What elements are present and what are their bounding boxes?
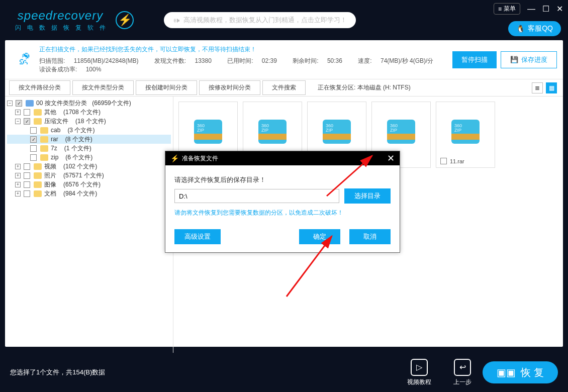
dialog-close-button[interactable]: ✕ [387, 153, 395, 164]
tab-by-type[interactable]: 按文件类型分类 [72, 80, 134, 95]
checkbox[interactable] [24, 181, 30, 188]
folder-icon [34, 190, 42, 197]
scan-stats: 扫描范围: 11856(MB)/242848(MB) 发现文件数: 13380 … [39, 57, 448, 74]
view-toggle: ≣ ▦ [532, 82, 557, 93]
save-path-input[interactable] [174, 189, 339, 203]
tab-file-search[interactable]: 文件搜索 [262, 80, 306, 95]
tree-other[interactable]: + 其他 (1708 个文件) [7, 108, 171, 117]
close-button[interactable]: ✕ [556, 4, 563, 14]
save-progress-button[interactable]: 💾 保存进度 [501, 51, 557, 68]
tree-doc[interactable]: + 文档 (984 个文件) [7, 189, 171, 198]
footer-bar: 您选择了1个文件，共154(B)数据 ▷ 视频教程 ↩ 上一步 ▣▣ 恢 复 [0, 353, 568, 392]
ok-button[interactable]: 确定 [299, 229, 340, 244]
partition-info: 正在恢复分区: 本地磁盘 (H: NTFS) [318, 83, 530, 92]
browse-button[interactable]: 选择目录 [344, 188, 391, 204]
dialog-warning: 请勿将文件恢复到您需要恢复数据的分区，以免造成二次破坏！ [174, 209, 391, 217]
checkbox[interactable]: ✓ [24, 118, 30, 125]
folder-icon [40, 136, 48, 143]
dialog-header: ⚡ 准备恢复文件 ✕ [165, 151, 400, 165]
collapse-icon[interactable]: − [15, 119, 21, 124]
checkbox[interactable] [30, 127, 37, 134]
file-tree: − ✓ 00 按文件类型分类 (66959个文件) + 其他 (1708 个文件… [5, 96, 173, 359]
zip-icon [194, 120, 222, 144]
tree-photo[interactable]: + 照片 (57571 个文件) [7, 171, 171, 180]
folder-icon [40, 154, 48, 161]
menu-button[interactable]: ≡ 菜单 [494, 3, 520, 15]
video-tutorial-button[interactable]: ▷ 视频教程 [407, 359, 431, 386]
expand-icon[interactable]: + [15, 164, 21, 169]
scan-icon: ⛐ [15, 50, 35, 70]
folder-icon [34, 163, 42, 170]
recover-button[interactable]: ▣▣ 恢 复 [483, 361, 558, 383]
collapse-icon[interactable]: − [7, 101, 13, 106]
penguin-icon: 🐧 [516, 25, 525, 33]
scan-headline: 正在扫描文件，如果已经找到您丢失的文件，可以立即恢复，不用等待扫描结束！ [39, 45, 448, 54]
expand-icon[interactable]: + [15, 182, 21, 187]
tree-video[interactable]: + 视频 (102 个文件) [7, 162, 171, 171]
file-item[interactable]: 11.rar [436, 102, 495, 168]
checkbox[interactable] [24, 109, 30, 116]
tutorial-banner[interactable]: 🕪 高清视频教程，数据恢复从入门到精通，点击立即学习！ [164, 12, 356, 28]
zip-icon [323, 120, 351, 144]
recover-dialog: ⚡ 准备恢复文件 ✕ 请选择文件恢复后的保存目录！ 选择目录 请勿将文件恢复到您… [165, 151, 400, 253]
zip-icon [451, 120, 480, 144]
back-icon: ↩ [454, 359, 471, 376]
hamburger-icon: ≡ [498, 6, 502, 13]
checkbox[interactable]: ✓ [30, 136, 37, 143]
folder-icon [26, 100, 34, 107]
tree-zip[interactable]: zip (6 个文件) [7, 153, 171, 162]
checkbox[interactable] [24, 190, 30, 197]
cancel-button[interactable]: 取消 [349, 229, 391, 244]
selection-summary: 您选择了1个文件，共154(B)数据 [10, 368, 396, 377]
zip-icon [387, 120, 415, 144]
tree-root[interactable]: − ✓ 00 按文件类型分类 (66959个文件) [7, 99, 171, 108]
tree-rar[interactable]: ✓ rar (8 个文件) [7, 135, 171, 144]
expand-icon[interactable]: + [15, 110, 21, 115]
title-bar: speedrecovery 闪电数据恢复软件 ⚡ 🕪 高清视频教程，数据恢复从入… [0, 0, 568, 40]
dialog-prompt: 请选择文件恢复后的保存目录！ [174, 175, 391, 184]
checkbox[interactable] [24, 172, 30, 179]
tab-by-modified[interactable]: 按修改时间分类 [199, 80, 260, 95]
expand-icon[interactable]: + [15, 173, 21, 178]
expand-icon[interactable]: + [15, 191, 21, 197]
advanced-settings-button[interactable]: 高级设置 [174, 229, 221, 244]
checkbox[interactable] [30, 145, 37, 152]
logo-text: speedrecovery [18, 9, 103, 23]
window-controls: ≡ 菜单 — ☐ ✕ [494, 3, 563, 15]
bolt-icon: ⚡ [170, 154, 179, 162]
zip-icon [258, 120, 287, 144]
scan-status-bar: ⛐ 正在扫描文件，如果已经找到您丢失的文件，可以立即恢复，不用等待扫描结束！ 扫… [5, 40, 563, 79]
checkbox[interactable] [440, 158, 447, 164]
checkbox[interactable] [30, 154, 37, 161]
qq-support-button[interactable]: 🐧 客服QQ [508, 21, 561, 36]
sound-icon: 🕪 [173, 17, 179, 24]
view-list-button[interactable]: ≣ [532, 82, 543, 93]
view-grid-button[interactable]: ▦ [546, 82, 557, 93]
tabs-row: 按文件路径分类 按文件类型分类 按创建时间分类 按修改时间分类 文件搜索 正在恢… [5, 79, 563, 96]
tab-by-created[interactable]: 按创建时间分类 [136, 80, 197, 95]
checkbox[interactable]: ✓ [16, 100, 22, 107]
tutorial-text: 高清视频教程，数据恢复从入门到精通，点击立即学习！ [183, 16, 347, 25]
tree-image[interactable]: + 图像 (6576 个文件) [7, 180, 171, 189]
scan-info: 正在扫描文件，如果已经找到您丢失的文件，可以立即恢复，不用等待扫描结束！ 扫描范… [39, 45, 448, 74]
folder-icon [34, 109, 42, 116]
pause-scan-button[interactable]: 暂停扫描 [452, 51, 497, 68]
minimize-button[interactable]: — [527, 5, 535, 14]
save-icon: 💾 [510, 56, 518, 63]
tree-archive[interactable]: − ✓ 压缩文件 (18 个文件) [7, 117, 171, 126]
folder-icon [34, 172, 42, 179]
dialog-body: 请选择文件恢复后的保存目录！ 选择目录 请勿将文件恢复到您需要恢复数据的分区，以… [165, 165, 400, 252]
recover-icon: ▣▣ [497, 366, 516, 378]
folder-icon [40, 145, 48, 152]
app-logo: speedrecovery 闪电数据恢复软件 [9, 9, 112, 32]
play-icon: ▷ [411, 359, 428, 376]
back-button[interactable]: ↩ 上一步 [453, 359, 471, 386]
bolt-icon: ⚡ [116, 11, 134, 29]
maximize-button[interactable]: ☐ [542, 4, 549, 14]
checkbox[interactable] [24, 163, 30, 170]
tree-7z[interactable]: 7z (1 个文件) [7, 144, 171, 153]
tree-cab[interactable]: cab (3 个文件) [7, 126, 171, 135]
folder-icon [34, 118, 42, 125]
tab-by-path[interactable]: 按文件路径分类 [9, 80, 70, 95]
folder-icon [34, 181, 42, 188]
